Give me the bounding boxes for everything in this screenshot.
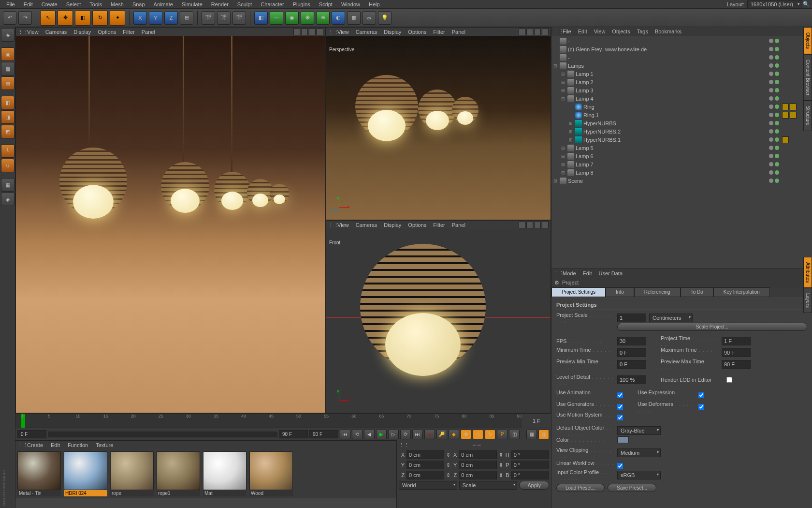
mat-create[interactable]: Create	[23, 442, 47, 448]
coords-scale-dd[interactable]: Scale	[459, 481, 518, 490]
polygon-mode-button[interactable]: ◩	[1, 125, 14, 138]
om-edit[interactable]: Edit	[575, 29, 591, 34]
modeling-button[interactable]: ❋	[301, 11, 314, 25]
material-item[interactable]: Mat	[203, 451, 246, 496]
om-file[interactable]: File	[559, 29, 575, 34]
vp-nav-icon[interactable]	[293, 29, 300, 35]
coords-world-dd[interactable]: World	[399, 481, 457, 490]
vp-view[interactable]: View	[24, 29, 42, 35]
object-row[interactable]: ⊞Lamp 3	[552, 86, 811, 94]
menu-script[interactable]: Script	[315, 1, 337, 7]
record-button[interactable]: ●	[424, 430, 435, 439]
move-tool[interactable]: ✥	[58, 10, 73, 26]
object-row[interactable]: ⊞HyperNURBS	[552, 119, 811, 127]
menu-plugins[interactable]: Plugins	[289, 1, 315, 7]
vp-nav-icon[interactable]	[309, 29, 316, 35]
layout1-button[interactable]: ▦	[526, 430, 537, 439]
scale-project-button[interactable]: Scale Project...	[617, 323, 807, 331]
load-preset-button[interactable]: Load Preset...	[556, 484, 605, 492]
menu-mesh[interactable]: Mesh	[106, 1, 128, 7]
material-item[interactable]: Wood	[249, 451, 293, 496]
viewport-main-canvas[interactable]	[16, 36, 325, 413]
layout-dropdown[interactable]: 812x508 (User)	[747, 0, 802, 8]
spline-button[interactable]: 〰	[270, 11, 283, 25]
menu-file[interactable]: File	[2, 1, 19, 7]
texture-mode-button[interactable]: ▩	[1, 62, 14, 75]
bulb-button[interactable]: 💡	[378, 11, 392, 25]
am-userdata[interactable]: User Data	[595, 270, 626, 276]
rot-b-field[interactable]: 0 °	[511, 471, 549, 479]
deformer-button[interactable]: ❋	[316, 11, 330, 25]
make-editable-button[interactable]: ◈	[1, 28, 14, 42]
side-tab-layers[interactable]: Layers	[803, 288, 812, 313]
pos-z-field[interactable]: 0 cm	[406, 471, 444, 479]
default-obj-color-dd[interactable]: Gray-Blue	[617, 426, 661, 435]
prev-frame-button[interactable]: ◀	[364, 430, 375, 439]
goto-prev-key-button[interactable]: ⟲	[352, 430, 362, 439]
camera-button[interactable]: ▦	[347, 11, 361, 25]
menu-sculpt[interactable]: Sculpt	[233, 1, 257, 7]
light-button[interactable]: ∞	[362, 11, 376, 25]
lod-field[interactable]: 100 %	[617, 375, 646, 384]
y-axis-lock[interactable]: Y	[149, 11, 162, 25]
fps-field[interactable]: 30	[617, 337, 646, 345]
min-time-field[interactable]: 0 F	[617, 348, 646, 357]
am-edit[interactable]: Edit	[580, 270, 595, 276]
linear-workflow-checkbox[interactable]	[617, 463, 623, 469]
tab-info[interactable]: Info	[606, 287, 634, 297]
range-end-field[interactable]: 90 F	[279, 430, 308, 438]
goto-end-button[interactable]: ⏭	[412, 430, 423, 439]
keyframe-sel-button[interactable]: ◆	[449, 430, 459, 439]
view-clipping-dd[interactable]: Medium	[617, 448, 661, 457]
side-tab-structure[interactable]: Structure	[803, 101, 812, 131]
object-row[interactable]: -	[552, 53, 811, 61]
pos-y-field[interactable]: 0 cm	[406, 461, 444, 469]
object-row[interactable]: ⊞Lamp 7	[552, 160, 811, 168]
coords-apply-button[interactable]: Apply	[519, 481, 549, 490]
max-time-field[interactable]: 90 F	[722, 348, 751, 357]
vp-filter[interactable]: Filter	[119, 29, 138, 35]
next-frame-button[interactable]: ▷	[388, 430, 399, 439]
menu-edit[interactable]: Edit	[19, 1, 37, 7]
viewport-perspective-canvas[interactable]: Perspective xyz	[326, 36, 551, 220]
mat-edit[interactable]: Edit	[47, 442, 64, 448]
viewport-solo2-button[interactable]: ◈	[1, 193, 14, 206]
side-tab-attributes[interactable]: Attributes	[803, 257, 812, 288]
project-time-field[interactable]: 1 F	[722, 337, 751, 345]
side-tab-content[interactable]: Content Browser	[803, 54, 812, 101]
redo-button[interactable]: ↷	[18, 11, 32, 25]
preview-max-field[interactable]: 90 F	[722, 360, 751, 369]
om-objects[interactable]: Objects	[609, 29, 633, 34]
search-icon[interactable]: 🔍	[802, 1, 810, 7]
use-motion-checkbox[interactable]	[617, 415, 623, 420]
rotate-tool[interactable]: ↻	[92, 10, 108, 26]
object-row[interactable]: Ring	[552, 103, 811, 111]
menu-simulate[interactable]: Simulate	[177, 1, 207, 7]
vp-panel[interactable]: Panel	[138, 29, 159, 35]
project-scale-field[interactable]: 1	[617, 314, 646, 322]
workplane-button[interactable]: ▤	[1, 76, 14, 90]
object-row[interactable]: ⊞Lamp 8	[552, 168, 811, 177]
menu-render[interactable]: Render	[207, 1, 233, 7]
last-tool[interactable]: ✦	[110, 10, 125, 26]
menu-create[interactable]: Create	[37, 1, 62, 7]
tab-project-settings[interactable]: Project Settings	[551, 287, 606, 297]
mat-texture[interactable]: Texture	[92, 442, 117, 448]
snap-button[interactable]: ∪	[1, 159, 14, 172]
range-slider[interactable]	[48, 432, 277, 437]
preview-min-field[interactable]: 0 F	[617, 360, 646, 369]
edge-mode-button[interactable]: ◨	[1, 110, 14, 124]
vp-nav-icon[interactable]	[317, 29, 323, 35]
layout2-button[interactable]: ▥	[538, 430, 549, 439]
scale-key-button[interactable]: □	[473, 430, 483, 439]
render-view-button[interactable]: 🎬	[202, 11, 215, 25]
om-tags[interactable]: Tags	[634, 29, 652, 34]
side-tab-objects[interactable]: Objects	[803, 27, 812, 54]
x-axis-lock[interactable]: X	[133, 11, 147, 25]
mat-function[interactable]: Function	[64, 442, 92, 448]
render-lod-checkbox[interactable]	[726, 377, 732, 383]
use-deformers-checkbox[interactable]	[698, 404, 704, 410]
timeline[interactable]: 051015202530354045505560657075808590 1 F	[15, 413, 551, 428]
point-mode-button[interactable]: ◧	[1, 96, 14, 109]
menu-animate[interactable]: Animate	[149, 1, 177, 7]
